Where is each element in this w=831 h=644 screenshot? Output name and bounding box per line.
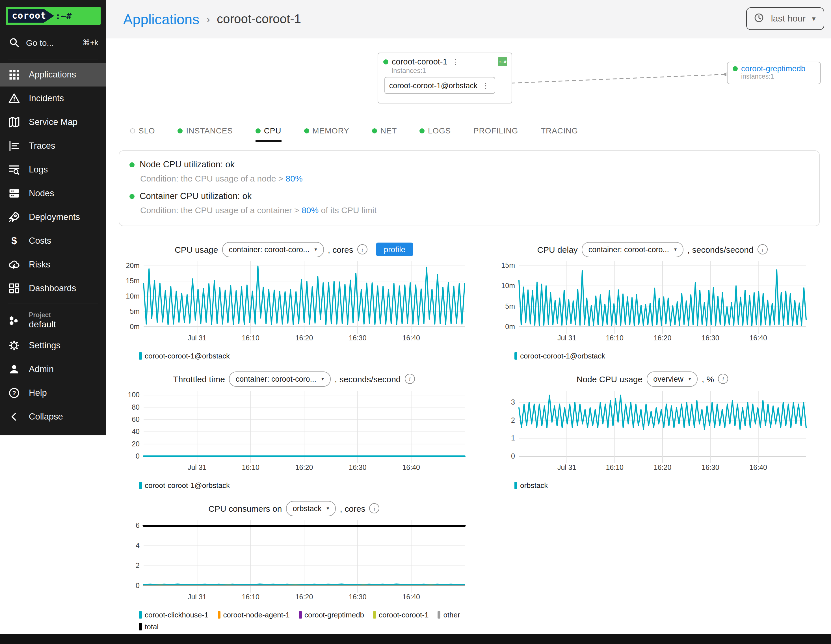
- sidebar-item-risks[interactable]: Risks: [0, 253, 106, 276]
- chart-legend: coroot-clickhouse-1coroot-node-agent-1co…: [139, 611, 469, 631]
- chart-legend: coroot-coroot-1@orbstack: [514, 352, 811, 360]
- legend-item[interactable]: orbstack: [514, 481, 548, 489]
- threshold-link[interactable]: 80%: [286, 174, 303, 183]
- legend-item[interactable]: coroot-coroot-1@orbstack: [514, 352, 605, 360]
- tab-profiling[interactable]: PROFILING: [473, 126, 518, 142]
- series-selector-dropdown[interactable]: container: coroot-coro...▾: [229, 371, 331, 386]
- apps-grid-icon: [8, 69, 20, 81]
- legend-color-swatch: [514, 482, 517, 489]
- status-dot: [129, 162, 135, 167]
- svg-text:0: 0: [136, 452, 140, 460]
- tab-tracing[interactable]: TRACING: [541, 126, 578, 142]
- status-dot-empty: [130, 128, 135, 133]
- sidebar-item-settings[interactable]: Settings: [0, 334, 106, 358]
- person-icon: [8, 363, 20, 376]
- search-icon: [8, 36, 20, 49]
- tab-slo[interactable]: SLO: [130, 126, 155, 142]
- svg-text:Jul 31: Jul 31: [188, 463, 207, 471]
- info-icon[interactable]: i: [405, 374, 415, 384]
- kebab-menu-icon[interactable]: ⋮: [481, 81, 490, 89]
- series-selector-dropdown[interactable]: orbstack▾: [286, 501, 336, 516]
- upstream-name-link[interactable]: coroot-greptimedb: [741, 64, 805, 73]
- sidebar-item-incidents[interactable]: Incidents: [0, 86, 106, 110]
- info-icon[interactable]: i: [718, 374, 728, 384]
- logs-search-icon: [8, 163, 20, 176]
- legend-color-swatch: [438, 611, 440, 618]
- sidebar-item-label: Service Map: [29, 117, 78, 127]
- chart-title: Throttled timecontainer: coroot-coro...▾…: [119, 371, 469, 386]
- sidebar-item-traces[interactable]: Traces: [0, 134, 106, 158]
- coroot-logo-suffix: :~#: [56, 10, 72, 21]
- svg-text:2: 2: [511, 416, 515, 424]
- chevron-down-icon: ▼: [811, 15, 817, 22]
- sidebar-item-label: Nodes: [29, 188, 54, 198]
- sidebar-item-applications[interactable]: Applications: [0, 63, 106, 86]
- svg-text:?: ?: [12, 390, 16, 397]
- chart-unit-label: , cores: [340, 504, 366, 513]
- profile-button[interactable]: profile: [376, 242, 413, 256]
- sidebar-item-service-map[interactable]: Service Map: [0, 110, 106, 134]
- legend-label: orbstack: [520, 481, 548, 489]
- chart-title-text: CPU delay: [537, 244, 578, 254]
- legend-item[interactable]: coroot-node-agent-1: [217, 611, 290, 619]
- series-selector-dropdown[interactable]: container: coroot-coro...▾: [222, 242, 324, 257]
- series-selector-dropdown[interactable]: overview▾: [646, 371, 698, 386]
- legend-item[interactable]: coroot-clickhouse-1: [139, 611, 208, 619]
- svg-text:16:20: 16:20: [295, 593, 313, 601]
- goto-label: Go to...: [26, 38, 54, 47]
- sidebar-item-costs[interactable]: $ Costs: [0, 229, 106, 253]
- tab-cpu[interactable]: CPU: [256, 126, 282, 142]
- legend-item[interactable]: coroot-coroot-1: [373, 611, 428, 619]
- series-selector-dropdown[interactable]: container: coroot-coro...▾: [582, 242, 683, 257]
- time-range-picker[interactable]: last hour ▼: [746, 7, 824, 30]
- breadcrumb-separator-icon: ›: [206, 13, 210, 26]
- info-icon[interactable]: i: [357, 244, 368, 254]
- legend-color-swatch: [139, 482, 142, 489]
- sidebar-item-nodes[interactable]: Nodes: [0, 182, 106, 205]
- sidebar-item-admin[interactable]: Admin: [0, 358, 106, 381]
- legend-label: other: [443, 611, 460, 619]
- sidebar-item-label: Help: [29, 388, 47, 399]
- legend-item[interactable]: coroot-coroot-1@orbstack: [139, 481, 230, 489]
- svg-text:10m: 10m: [501, 282, 515, 290]
- svg-text:20: 20: [132, 440, 140, 448]
- sidebar-item-dashboards[interactable]: Dashboards: [0, 276, 106, 300]
- main-content: coroot-coroot-1 ⋮ :~# instances:1 coroot…: [106, 38, 831, 634]
- info-icon[interactable]: i: [369, 503, 380, 513]
- legend-item[interactable]: other: [438, 611, 460, 619]
- coroot-logo-brand: coroot: [8, 9, 54, 22]
- legend-item[interactable]: coroot-coroot-1@orbstack: [139, 352, 230, 360]
- info-icon[interactable]: i: [758, 244, 768, 254]
- project-selector[interactable]: Project default: [0, 308, 106, 334]
- status-dot: [383, 59, 388, 64]
- breadcrumb-current: coroot-coroot-1: [217, 12, 301, 27]
- tab-memory[interactable]: MEMORY: [304, 126, 349, 142]
- svg-text:16:10: 16:10: [606, 334, 624, 342]
- kebab-menu-icon[interactable]: ⋮: [451, 57, 460, 66]
- tab-instances[interactable]: INSTANCES: [178, 126, 232, 142]
- chart-title-text: Throttled time: [173, 374, 225, 384]
- coroot-logo[interactable]: coroot :~#: [6, 7, 100, 25]
- sidebar-item-help[interactable]: ? Help: [0, 381, 106, 405]
- sidebar-item-label: Collapse: [29, 412, 63, 422]
- sidebar-item-label: Admin: [29, 364, 54, 375]
- tab-net[interactable]: NET: [372, 126, 397, 142]
- page-header: Applications › coroot-coroot-1 last hour…: [106, 0, 831, 38]
- legend-item[interactable]: coroot-greptimedb: [299, 611, 364, 619]
- goto-search[interactable]: Go to... ⌘+k: [0, 28, 106, 56]
- upstream-instances-count: instances:1: [741, 73, 816, 80]
- sidebar-item-deployments[interactable]: Deployments: [0, 205, 106, 229]
- chart-canvas: 0m5m10m15m20mJul 3116:1016:2016:3016:40: [119, 257, 469, 347]
- chart-title: CPU delaycontainer: coroot-coro...▾, sec…: [494, 242, 811, 257]
- tab-logs[interactable]: LOGS: [419, 126, 451, 142]
- breadcrumb-applications-link[interactable]: Applications: [123, 11, 199, 27]
- sidebar-item-collapse[interactable]: Collapse: [0, 405, 106, 429]
- cpu-consumers-chart: CPU consumers onorbstack▾, coresi0246Jul…: [119, 501, 469, 631]
- sidebar-divider: [8, 304, 99, 304]
- threshold-link[interactable]: 80%: [302, 205, 318, 215]
- legend-color-swatch: [299, 611, 302, 618]
- legend-item[interactable]: total: [139, 623, 159, 631]
- instance-chip[interactable]: coroot-coroot-1@orbstack ⋮: [384, 77, 495, 94]
- legend-color-swatch: [139, 623, 142, 630]
- sidebar-item-logs[interactable]: Logs: [0, 158, 106, 182]
